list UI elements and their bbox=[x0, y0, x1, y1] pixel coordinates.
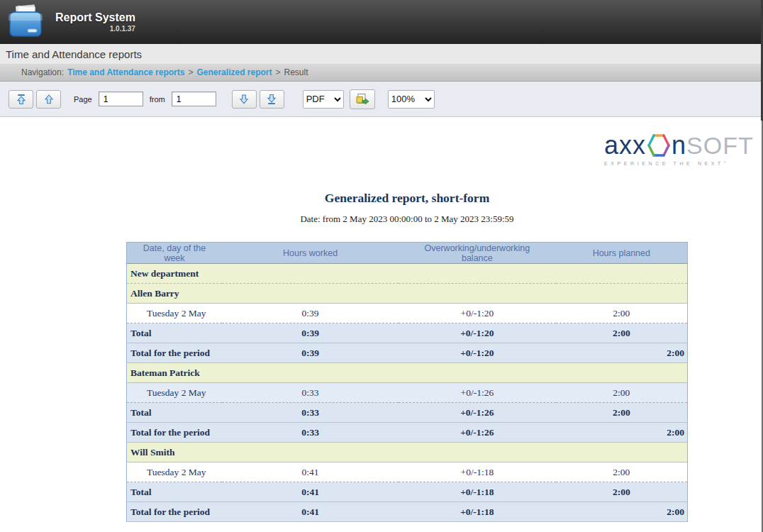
breadcrumb: Navigation: Time and Attendance reports … bbox=[0, 64, 763, 82]
last-page-icon bbox=[266, 94, 277, 105]
person-row: Will Smith bbox=[127, 443, 688, 462]
breadcrumb-link-generalized-report[interactable]: Generalized report bbox=[196, 67, 272, 77]
hours-planned-value: 2:00 bbox=[556, 304, 688, 323]
logo-text-soft: SOFT bbox=[686, 133, 754, 157]
period-total-row: Total for the period 0:41 +0/-1:18 2:00 bbox=[127, 502, 688, 522]
breadcrumb-separator: > bbox=[188, 67, 193, 77]
hours-worked-period: 0:33 bbox=[222, 423, 399, 443]
app-version: 1.0.1.37 bbox=[110, 25, 135, 33]
hours-planned-value: 2:00 bbox=[556, 383, 688, 403]
department-name: New department bbox=[127, 264, 688, 284]
hours-planned-period: 2:00 bbox=[556, 502, 688, 522]
previous-page-icon bbox=[43, 94, 55, 105]
hours-worked-period: 0:41 bbox=[222, 502, 399, 522]
day-row: Tuesday 2 May 0:33 +0/-1:26 2:00 bbox=[127, 383, 688, 403]
hours-planned-total: 2:00 bbox=[556, 482, 688, 502]
hexagon-o-icon bbox=[647, 133, 670, 157]
hours-planned-total: 2:00 bbox=[556, 323, 688, 343]
total-row: Total 0:41 +0/-1:18 2:00 bbox=[127, 482, 688, 502]
day-row: Tuesday 2 May 0:39 +0/-1:20 2:00 bbox=[127, 304, 688, 323]
column-header-date: Date, day of the week bbox=[127, 243, 222, 264]
total-row: Total 0:39 +0/-1:20 2:00 bbox=[127, 323, 688, 343]
first-page-button[interactable] bbox=[9, 90, 33, 109]
total-label: Total bbox=[127, 482, 222, 502]
export-format-select[interactable]: PDF bbox=[303, 90, 344, 109]
total-label: Total bbox=[127, 323, 222, 343]
hours-planned-value: 2:00 bbox=[556, 462, 688, 482]
balance-total: +0/-1:18 bbox=[399, 482, 555, 502]
hours-worked-value: 0:41 bbox=[222, 462, 399, 482]
balance-period: +0/-1:18 bbox=[399, 502, 555, 522]
page-label: Page bbox=[74, 95, 92, 104]
breadcrumb-prefix: Navigation: bbox=[21, 67, 64, 77]
app-title: Report System bbox=[55, 11, 135, 24]
hours-planned-period: 2:00 bbox=[556, 423, 688, 443]
last-page-button[interactable] bbox=[260, 90, 284, 109]
balance-total: +0/-1:26 bbox=[399, 403, 555, 423]
day-date: Tuesday 2 May bbox=[127, 304, 222, 323]
section-title: Time and Attendance reports bbox=[6, 48, 142, 60]
next-page-button[interactable] bbox=[232, 90, 257, 109]
report-page: Generalized report, short-form Date: fro… bbox=[126, 117, 688, 522]
hours-worked-total: 0:39 bbox=[222, 323, 399, 343]
axxonsoft-wordmark: axx n SOFT bbox=[604, 133, 756, 158]
current-page-input[interactable] bbox=[99, 92, 143, 106]
logo-tagline: EXPERIENCE THE NEXT° bbox=[604, 161, 756, 166]
balance-value: +0/-1:18 bbox=[399, 462, 555, 482]
person-name: Allen Barry bbox=[127, 284, 688, 304]
person-row: Bateman Patrick bbox=[127, 363, 688, 383]
person-name: Will Smith bbox=[127, 443, 688, 462]
period-total-label: Total for the period bbox=[127, 423, 222, 443]
logo-text-n: n bbox=[672, 133, 686, 158]
hours-planned-period: 2:00 bbox=[556, 343, 688, 363]
balance-value: +0/-1:26 bbox=[399, 383, 555, 403]
day-date: Tuesday 2 May bbox=[127, 383, 222, 403]
logo-text-axx: axx bbox=[604, 133, 646, 158]
total-pages-input[interactable] bbox=[172, 92, 216, 106]
person-row: Allen Barry bbox=[127, 284, 688, 304]
report-date-range: Date: from 2 May 2023 00:00:00 to 2 May … bbox=[126, 214, 688, 225]
person-name: Bateman Patrick bbox=[127, 363, 688, 383]
breadcrumb-link-reports[interactable]: Time and Attendance reports bbox=[67, 67, 184, 77]
hours-planned-total: 2:00 bbox=[556, 403, 688, 423]
total-row: Total 0:33 +0/-1:26 2:00 bbox=[127, 403, 688, 423]
column-header-hours-planned: Hours planned bbox=[556, 243, 688, 264]
hours-worked-total: 0:33 bbox=[222, 403, 399, 423]
total-label: Total bbox=[127, 403, 222, 423]
app-header: Report System 1.0.1.37 bbox=[0, 0, 763, 44]
column-header-hours-worked: Hours worked bbox=[222, 243, 399, 264]
report-title: Generalized report, short-form bbox=[126, 191, 688, 206]
app-title-block: Report System 1.0.1.37 bbox=[55, 11, 135, 33]
balance-total: +0/-1:20 bbox=[399, 323, 555, 343]
hours-worked-value: 0:39 bbox=[222, 304, 399, 323]
report-viewport: axx n SOFT EXPERIENCE THE NEXT° Generali… bbox=[0, 117, 763, 531]
table-header-row: Date, day of the week Hours worked Overw… bbox=[127, 243, 688, 264]
first-page-icon bbox=[16, 94, 27, 105]
hours-worked-value: 0:33 bbox=[222, 383, 399, 403]
period-total-label: Total for the period bbox=[127, 502, 222, 522]
period-total-row: Total for the period 0:33 +0/-1:26 2:00 bbox=[127, 423, 688, 443]
report-table: Date, day of the week Hours worked Overw… bbox=[126, 242, 688, 522]
day-row: Tuesday 2 May 0:41 +0/-1:18 2:00 bbox=[127, 462, 688, 482]
period-total-label: Total for the period bbox=[127, 343, 222, 363]
previous-page-button[interactable] bbox=[36, 90, 61, 109]
from-label: from bbox=[150, 95, 165, 104]
next-page-icon bbox=[238, 94, 250, 105]
zoom-select[interactable]: 100% bbox=[388, 90, 435, 109]
breadcrumb-separator: > bbox=[275, 67, 280, 77]
export-button[interactable] bbox=[350, 89, 375, 109]
section-bar: Time and Attendance reports bbox=[0, 44, 763, 64]
export-icon bbox=[355, 93, 369, 106]
column-header-balance: Overworking/underworking balance bbox=[399, 243, 555, 264]
axxonsoft-logo: axx n SOFT EXPERIENCE THE NEXT° bbox=[604, 133, 756, 166]
day-date: Tuesday 2 May bbox=[127, 462, 222, 482]
hours-worked-period: 0:39 bbox=[222, 343, 399, 363]
report-folder-icon bbox=[7, 4, 44, 41]
hours-worked-total: 0:41 bbox=[222, 482, 399, 502]
balance-period: +0/-1:26 bbox=[399, 423, 555, 443]
period-total-row: Total for the period 0:39 +0/-1:20 2:00 bbox=[127, 343, 688, 363]
breadcrumb-current: Result bbox=[284, 67, 308, 77]
report-toolbar: Page from PDF 100% bbox=[0, 82, 763, 117]
balance-value: +0/-1:20 bbox=[399, 304, 555, 323]
balance-period: +0/-1:20 bbox=[399, 343, 555, 363]
